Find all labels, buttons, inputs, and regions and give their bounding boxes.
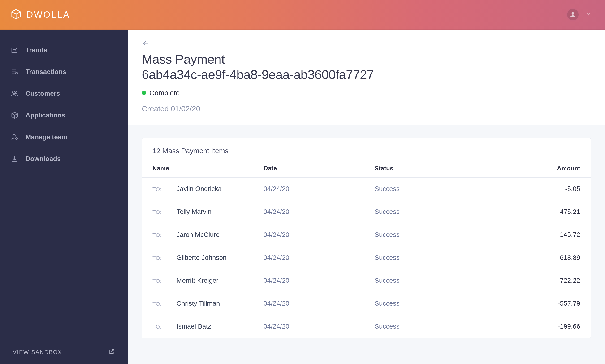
sidebar-item-label: Manage team (26, 133, 67, 141)
row-amount: -557.79 (475, 292, 591, 315)
sidebar-nav: Trends Transactions Customers (0, 39, 128, 170)
row-status: Success (364, 292, 475, 315)
table-row[interactable]: TO:Ismael Batz04/24/20Success-199.66 (142, 315, 591, 338)
brand-logo: DWOLLA (10, 9, 70, 21)
row-date: 04/24/20 (253, 292, 364, 315)
row-date: 04/24/20 (253, 200, 364, 223)
row-amount: -5.05 (475, 177, 591, 200)
table-row[interactable]: TO:Telly Marvin04/24/20Success-475.21 (142, 200, 591, 223)
to-label: TO: (153, 278, 170, 284)
header-right (566, 8, 592, 21)
back-arrow-icon[interactable] (142, 39, 150, 47)
to-label: TO: (153, 324, 170, 330)
list-search-icon (10, 68, 19, 76)
row-name: Jaron McClure (177, 231, 219, 238)
row-status: Success (364, 200, 475, 223)
row-name: Jaylin Ondricka (177, 185, 222, 193)
svg-point-2 (13, 91, 15, 94)
column-amount: Amount (475, 159, 591, 178)
cube-icon (10, 9, 22, 21)
row-amount: -199.66 (475, 315, 591, 338)
payment-items-table: Name Date Status Amount TO:Jaylin Ondric… (142, 159, 591, 338)
row-date: 04/24/20 (253, 246, 364, 269)
row-amount: -722.22 (475, 269, 591, 292)
sidebar: Trends Transactions Customers (0, 30, 128, 364)
row-status: Success (364, 269, 475, 292)
external-link-icon (109, 348, 115, 356)
sidebar-item-trends[interactable]: Trends (0, 39, 128, 61)
sidebar-item-applications[interactable]: Applications (0, 104, 128, 126)
payment-id: 6ab4a34c-ae9f-4ba8-9eaa-ab3600fa7727 (142, 67, 374, 81)
sidebar-item-label: Applications (26, 112, 65, 119)
row-status: Success (364, 315, 475, 338)
row-status: Success (364, 246, 475, 269)
users-icon (10, 89, 19, 98)
row-name: Christy Tillman (177, 300, 220, 307)
card-title: 12 Mass Payment Items (142, 138, 591, 159)
table-row[interactable]: TO:Christy Tillman04/24/20Success-557.79 (142, 292, 591, 315)
row-status: Success (364, 177, 475, 200)
to-label: TO: (153, 301, 170, 307)
created-date: Created 01/02/20 (142, 104, 591, 113)
sidebar-item-downloads[interactable]: Downloads (0, 148, 128, 170)
table-row[interactable]: TO:Jaylin Ondricka04/24/20Success-5.05 (142, 177, 591, 200)
row-date: 04/24/20 (253, 269, 364, 292)
svg-point-4 (13, 134, 15, 137)
chevron-down-icon[interactable] (585, 11, 592, 18)
column-date: Date (253, 159, 364, 178)
to-label: TO: (153, 232, 170, 238)
row-date: 04/24/20 (253, 177, 364, 200)
table-row[interactable]: TO:Jaron McClure04/24/20Success-145.72 (142, 223, 591, 246)
status-dot-icon (142, 91, 146, 95)
row-name: Gilberto Johnson (177, 254, 227, 261)
to-label: TO: (153, 209, 170, 215)
row-amount: -145.72 (475, 223, 591, 246)
status-line: Complete (142, 89, 591, 97)
svg-point-3 (15, 92, 17, 94)
user-cog-icon (10, 133, 19, 141)
status-label: Complete (149, 89, 180, 97)
sidebar-item-label: Transactions (26, 68, 66, 76)
sidebar-item-customers[interactable]: Customers (0, 83, 128, 104)
page-header: Mass Payment 6ab4a34c-ae9f-4ba8-9eaa-ab3… (128, 30, 605, 125)
table-row[interactable]: TO:Merritt Kreiger04/24/20Success-722.22 (142, 269, 591, 292)
row-amount: -475.21 (475, 200, 591, 223)
svg-point-0 (572, 12, 574, 15)
page-title-prefix: Mass Payment (142, 52, 225, 66)
column-status: Status (364, 159, 475, 178)
row-name: Ismael Batz (177, 323, 211, 330)
row-date: 04/24/20 (253, 223, 364, 246)
sidebar-item-label: Customers (26, 90, 60, 97)
to-label: TO: (153, 255, 170, 261)
sidebar-item-label: Downloads (26, 155, 61, 163)
main-content: Mass Payment 6ab4a34c-ae9f-4ba8-9eaa-ab3… (128, 30, 605, 364)
row-amount: -618.89 (475, 246, 591, 269)
row-name: Merritt Kreiger (177, 277, 218, 284)
sidebar-item-transactions[interactable]: Transactions (0, 61, 128, 83)
brand-name: DWOLLA (26, 10, 70, 20)
app-header: DWOLLA (0, 0, 605, 30)
avatar[interactable] (566, 8, 579, 21)
row-status: Success (364, 223, 475, 246)
chart-line-icon (10, 46, 19, 54)
table-row[interactable]: TO:Gilberto Johnson04/24/20Success-618.8… (142, 246, 591, 269)
user-icon (569, 11, 577, 18)
to-label: TO: (153, 186, 170, 192)
view-sandbox-label: VIEW SANDBOX (13, 349, 62, 355)
content-area: 12 Mass Payment Items Name Date Status A… (128, 125, 605, 364)
row-date: 04/24/20 (253, 315, 364, 338)
payment-items-card: 12 Mass Payment Items Name Date Status A… (142, 138, 591, 338)
sidebar-item-manage-team[interactable]: Manage team (0, 126, 128, 148)
column-name: Name (142, 159, 253, 178)
page-title: Mass Payment 6ab4a34c-ae9f-4ba8-9eaa-ab3… (142, 52, 591, 82)
row-name: Telly Marvin (177, 208, 211, 216)
package-icon (10, 111, 19, 120)
sidebar-footer[interactable]: VIEW SANDBOX (0, 340, 128, 364)
sidebar-item-label: Trends (26, 46, 47, 54)
download-icon (10, 155, 19, 163)
